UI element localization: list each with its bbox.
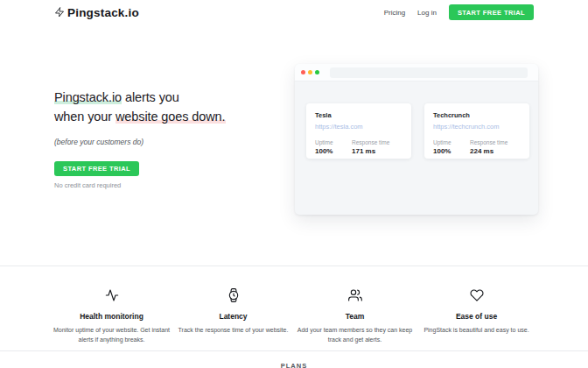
hero-highlight-brand: Pingstack.io: [54, 90, 122, 104]
feature-latency: Latency Track the response time of your …: [172, 288, 294, 344]
response-time-value: 224 ms: [470, 147, 508, 155]
uptime-value: 100%: [315, 147, 352, 155]
plans-section: PLANS: [0, 350, 588, 368]
header: Pingstack.io Pricing Log in START FREE T…: [0, 0, 588, 25]
zap-icon: [54, 7, 65, 18]
hero-heading-line2: when your website goes down.: [54, 107, 226, 126]
feature-team: Team Add your team members so they can k…: [294, 288, 416, 344]
browser-mockup: Tesla https://tesla.com Uptime 100% Resp…: [295, 64, 538, 215]
monitor-url: https://tesla.com: [315, 123, 404, 131]
browser-titlebar: [295, 64, 538, 81]
uptime-value: 100%: [433, 147, 470, 155]
header-cta-button[interactable]: START FREE TRIAL: [449, 4, 534, 20]
uptime-label: Uptime: [315, 139, 352, 145]
monitor-stats: Uptime 100% Response time 171 ms: [315, 139, 404, 155]
brand-name: Pingstack.io: [67, 6, 139, 19]
hero-heading-line1-rest: alerts you: [122, 90, 179, 104]
browser-content: Tesla https://tesla.com Uptime 100% Resp…: [295, 81, 538, 159]
response-time-stat: Response time 171 ms: [352, 139, 389, 155]
heart-icon: [416, 288, 537, 306]
monitor-card-tesla: Tesla https://tesla.com Uptime 100% Resp…: [306, 103, 411, 159]
monitor-title: Tesla: [315, 111, 404, 119]
monitor-url: https://techcrunch.com: [433, 123, 522, 131]
features-section: Health monitoring Monitor uptime of your…: [0, 265, 588, 344]
hero-heading: Pingstack.io alerts you when your websit…: [54, 88, 226, 126]
landing-page: Pingstack.io Pricing Log in START FREE T…: [0, 0, 588, 368]
browser-url-bar: [330, 67, 528, 78]
feature-title: Latency: [172, 312, 294, 321]
feature-ease-of-use: Ease of use PingStack is beautiful and e…: [416, 288, 537, 344]
response-time-label: Response time: [352, 139, 389, 145]
uptime-stat: Uptime 100%: [315, 139, 352, 155]
uptime-stat: Uptime 100%: [433, 139, 470, 155]
activity-icon: [51, 288, 172, 306]
header-nav: Pricing Log in START FREE TRIAL: [384, 4, 534, 20]
hero-text-block: Pingstack.io alerts you when your websit…: [54, 88, 226, 189]
nav-link-pricing[interactable]: Pricing: [384, 9, 405, 17]
monitor-stats: Uptime 100% Response time 224 ms: [433, 139, 522, 155]
feature-description: PingStack is beautiful and easy to use.: [417, 326, 536, 336]
hero-heading-line1: Pingstack.io alerts you: [54, 88, 226, 107]
feature-title: Team: [294, 312, 416, 321]
hero-highlight-downtime: website goes down.: [116, 110, 226, 124]
nav-link-login[interactable]: Log in: [417, 9, 437, 17]
monitor-title: Techcrunch: [433, 111, 522, 119]
users-icon: [294, 288, 416, 306]
feature-description: Monitor uptime of your website. Get inst…: [52, 326, 172, 344]
hero-section: Pingstack.io alerts you when your websit…: [0, 25, 588, 265]
monitor-card-techcrunch: Techcrunch https://techcrunch.com Uptime…: [424, 103, 529, 159]
feature-title: Ease of use: [416, 312, 537, 321]
traffic-light-zoom-icon: [315, 70, 319, 74]
feature-description: Track the response time of your website.: [174, 326, 293, 336]
traffic-light-minimize-icon: [308, 70, 312, 74]
response-time-value: 171 ms: [352, 147, 389, 155]
response-time-label: Response time: [470, 139, 508, 145]
watch-icon: [172, 288, 294, 306]
hero-cta-button[interactable]: START FREE TRIAL: [54, 161, 139, 176]
response-time-stat: Response time 224 ms: [470, 139, 508, 155]
feature-title: Health monitoring: [51, 312, 172, 321]
hero-cta-note: No credit card required: [54, 181, 226, 189]
hero-heading-line2-prefix: when your: [54, 110, 116, 124]
feature-description: Add your team members so they can keep t…: [296, 326, 415, 344]
feature-health-monitoring: Health monitoring Monitor uptime of your…: [51, 288, 172, 344]
uptime-label: Uptime: [433, 139, 470, 145]
hero-subheading: (before your customers do): [54, 138, 226, 146]
traffic-light-close-icon: [301, 70, 305, 74]
brand-logo[interactable]: Pingstack.io: [54, 6, 139, 19]
plans-label: PLANS: [0, 362, 588, 368]
